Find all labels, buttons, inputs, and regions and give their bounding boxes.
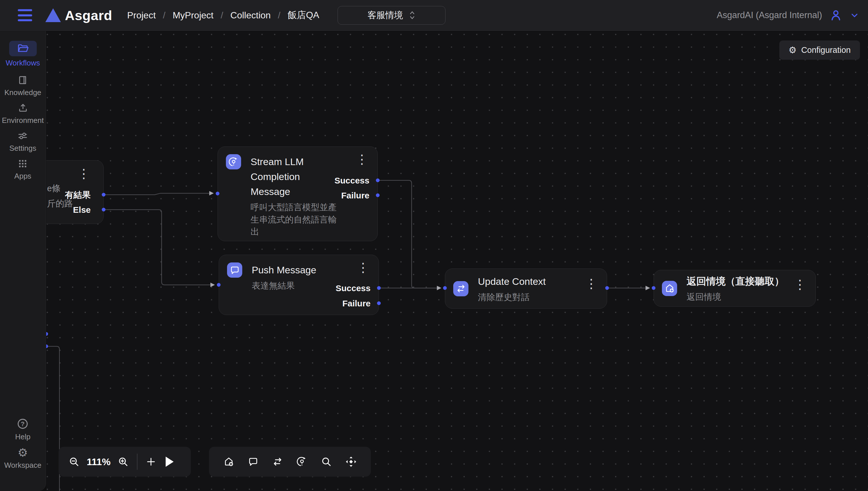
node-title: Update Context <box>478 274 546 289</box>
node-return-context[interactable]: ⋮ 返回情境（直接聽取） 返回情境 <box>654 270 816 307</box>
node-description: 清除歷史對話 <box>478 291 546 304</box>
user-icon <box>829 8 843 22</box>
sidebar-item-label: Workflows <box>6 59 40 67</box>
node-output-label: Else <box>73 205 91 215</box>
upload-icon <box>17 102 29 114</box>
node-palette-toolbar <box>209 447 371 476</box>
asgard-triangle-icon <box>46 8 61 22</box>
edge <box>46 346 59 491</box>
pan-move-button[interactable] <box>345 456 357 468</box>
port[interactable] <box>46 332 48 336</box>
gear-icon: ⚙ <box>18 446 28 459</box>
zoom-in-button[interactable] <box>117 456 129 467</box>
node-stream-llm-completion[interactable]: ⋮ Stream LLM Completion Message 呼叫大型語言模型… <box>217 146 378 241</box>
help-icon: ? <box>17 417 29 430</box>
configuration-button-label: Configuration <box>801 46 851 55</box>
home-plus-icon <box>662 281 677 296</box>
scenario-selector-dropdown[interactable]: 客服情境 <box>337 6 446 25</box>
play-icon <box>164 456 175 467</box>
add-node-button[interactable] <box>146 456 156 467</box>
chevron-up-down-icon <box>409 10 416 20</box>
sidebar-item-label: Settings <box>9 144 36 153</box>
menu-icon[interactable] <box>18 9 32 21</box>
zoom-in-icon <box>117 456 129 467</box>
svg-text:?: ? <box>21 421 25 428</box>
sidebar-item-knowledge[interactable]: Knowledge <box>4 75 41 97</box>
sidebar-item-workflows[interactable]: Workflows <box>6 41 40 67</box>
chat-bubble-icon <box>247 456 259 467</box>
node-description: 表達無結果 <box>252 280 316 292</box>
chat-bubble-icon <box>227 262 242 278</box>
edge <box>378 180 441 288</box>
kebab-menu-icon[interactable]: ⋮ <box>585 278 598 290</box>
kebab-menu-icon[interactable]: ⋮ <box>78 167 90 180</box>
zoom-toolbar: 111% <box>59 447 191 476</box>
zoom-level: 111% <box>87 456 111 467</box>
chevron-down-icon[interactable] <box>850 10 859 20</box>
swap-arrows-icon <box>453 281 469 296</box>
sidebar-item-workspace[interactable]: ⚙ Workspace <box>4 446 41 470</box>
folder-open-icon <box>17 42 29 55</box>
book-icon <box>17 75 29 86</box>
sidebar-item-label: Workspace <box>4 461 41 470</box>
sidebar-footer: ? Help ⚙ Workspace <box>4 417 41 475</box>
sidebar-item-label: Help <box>15 432 30 441</box>
breadcrumb-workflow-name[interactable]: 飯店QA <box>288 9 319 22</box>
brand-logo[interactable]: Asgard <box>46 7 112 23</box>
gear-icon: ⚙ <box>788 46 797 55</box>
edge <box>103 193 213 195</box>
account-menu[interactable]: AsgardAI (Asgard Internal) <box>717 8 859 22</box>
node-title: Push Message <box>252 262 316 278</box>
breadcrumb-collection[interactable]: Collection <box>231 10 271 21</box>
sidebar-item-settings[interactable]: Settings <box>9 130 36 153</box>
breadcrumb-separator: / <box>278 10 280 21</box>
stream-llm-icon <box>296 456 308 467</box>
node-description: 返回情境 <box>687 291 784 303</box>
sidebar-item-label: Environment <box>2 116 44 125</box>
sidebar-item-help[interactable]: ? Help <box>15 417 30 441</box>
top-bar: Asgard Project / MyProject / Collection … <box>0 0 868 31</box>
node-output-label: Failure <box>341 191 369 200</box>
zoom-out-button[interactable] <box>68 456 80 467</box>
breadcrumb-myproject[interactable]: MyProject <box>173 10 213 21</box>
node-output-label: Failure <box>342 299 370 308</box>
home-plus-icon <box>223 456 235 467</box>
breadcrumb-project[interactable]: Project <box>127 10 156 21</box>
kebab-menu-icon[interactable]: ⋮ <box>356 153 368 166</box>
palette-stream-llm-button[interactable] <box>296 456 308 467</box>
sidebar-item-environment[interactable]: Environment <box>2 102 44 125</box>
node-push-message[interactable]: ⋮ Push Message 表達無結果 Success Failure <box>219 255 379 315</box>
port[interactable] <box>46 345 48 348</box>
breadcrumb-separator: / <box>163 10 166 21</box>
kebab-menu-icon[interactable]: ⋮ <box>357 261 369 274</box>
run-workflow-button[interactable] <box>164 456 175 467</box>
plus-icon <box>146 456 156 467</box>
node-condition[interactable]: ⋮ e條 斤的路 有結果 Else <box>46 160 103 224</box>
canvas-search-button[interactable] <box>321 456 332 467</box>
breadcrumb-separator: / <box>221 10 223 21</box>
scenario-selector-value: 客服情境 <box>367 9 403 21</box>
palette-update-context-button[interactable] <box>272 456 283 467</box>
palette-push-message-button[interactable] <box>247 456 259 467</box>
sidebar-item-label: Apps <box>14 172 31 181</box>
sidebar-item-label: Knowledge <box>4 88 41 97</box>
move-icon <box>345 456 357 468</box>
node-title: Stream LLM Completion Message <box>250 154 316 199</box>
stream-llm-icon <box>226 154 241 169</box>
search-icon <box>321 456 332 467</box>
brand-name: Asgard <box>65 7 112 23</box>
node-description: 呼叫大型語言模型並產生串流式的自然語言輸出 <box>250 201 340 238</box>
node-update-context[interactable]: ⋮ Update Context 清除歷史對話 <box>445 268 607 309</box>
kebab-menu-icon[interactable]: ⋮ <box>794 278 806 291</box>
node-output-label: 有結果 <box>65 189 91 201</box>
account-label: AsgardAI (Asgard Internal) <box>717 10 822 20</box>
swap-arrows-icon <box>272 456 283 467</box>
toolbar-divider <box>137 454 138 470</box>
configuration-button[interactable]: ⚙ Configuration <box>779 40 860 60</box>
palette-return-context-button[interactable] <box>223 456 235 467</box>
sidebar: Workflows Knowledge Environment Settings <box>0 31 46 491</box>
apps-grid-icon <box>17 158 28 169</box>
node-output-label: Success <box>334 176 369 185</box>
sidebar-item-apps[interactable]: Apps <box>14 158 31 181</box>
workflow-canvas[interactable]: ⋮ e條 斤的路 有結果 Else ⋮ Stream LLM Completio… <box>46 31 868 491</box>
